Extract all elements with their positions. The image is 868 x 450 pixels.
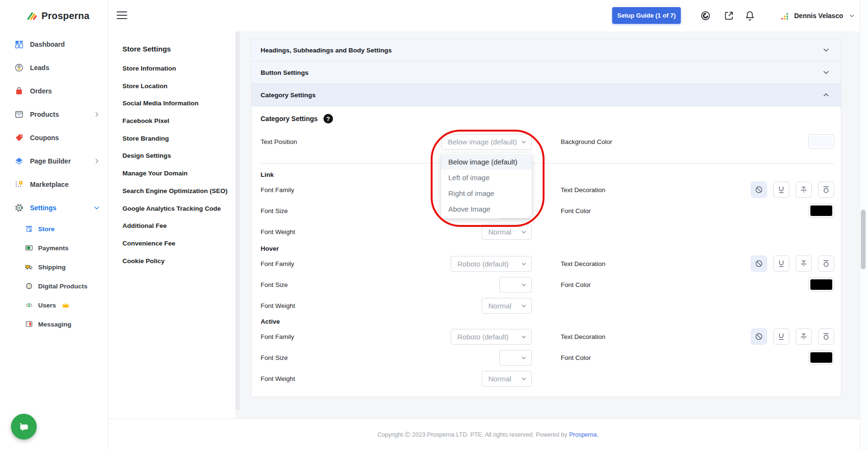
active-font-weight-select[interactable]: Normal bbox=[482, 371, 532, 387]
footer-prosperna-link[interactable]: Prosperna. bbox=[569, 431, 598, 438]
text-position-select[interactable]: Below image (default) bbox=[441, 134, 532, 150]
sidebar-item-digital-products[interactable]: Digital Products bbox=[0, 276, 108, 296]
chat-bubble-icon bbox=[17, 420, 30, 433]
hover-font-family-select[interactable]: Roboto (default) bbox=[451, 256, 532, 272]
sidebar-item-leads[interactable]: Leads bbox=[0, 56, 108, 79]
sidebar-item-label: Shipping bbox=[38, 264, 100, 271]
sidebar-item-products[interactable]: Products bbox=[0, 102, 108, 126]
settings-nav-seo[interactable]: Search Engine Optimization (SEO) bbox=[108, 183, 235, 200]
sidebar-item-label: Settings bbox=[30, 204, 87, 212]
sidebar-item-settings[interactable]: Settings bbox=[0, 196, 108, 219]
sidebar-item-label: Coupons bbox=[30, 134, 100, 142]
settings-nav-manage-your-domain[interactable]: Manage Your Domain bbox=[108, 165, 235, 183]
font-color-label: Font Color bbox=[561, 207, 751, 215]
decoration-underline-button[interactable] bbox=[773, 182, 789, 198]
active-font-family-select[interactable]: Roboto (default) bbox=[451, 329, 532, 345]
sidebar-item-label: Marketplace bbox=[30, 181, 100, 188]
settings-gear-icon bbox=[14, 203, 24, 213]
settings-nav-social-media-information[interactable]: Social Media Information bbox=[108, 95, 235, 112]
payments-icon bbox=[25, 244, 33, 252]
font-family-label: Font Family bbox=[261, 333, 441, 340]
live-chat-button[interactable] bbox=[11, 414, 37, 440]
external-link-icon[interactable] bbox=[723, 10, 735, 21]
accordion-headings-subheadings-body[interactable]: Headings, Subheadings and Body Settings bbox=[252, 39, 841, 61]
sidebar-item-coupons[interactable]: Coupons bbox=[0, 126, 108, 149]
option-below-image-default[interactable]: Below image (default) bbox=[441, 154, 532, 170]
sidebar-item-store[interactable]: Store bbox=[0, 219, 108, 238]
link-subsection-title: Link bbox=[261, 170, 834, 179]
sidebar-item-shipping[interactable]: Shipping bbox=[0, 257, 108, 276]
decoration-none-button[interactable] bbox=[751, 256, 767, 272]
settings-nav-store-information[interactable]: Store Information bbox=[108, 60, 235, 78]
settings-nav-store-branding[interactable]: Store Branding bbox=[108, 130, 235, 148]
text-decoration-label: Text Decoration bbox=[561, 260, 751, 267]
decoration-overline-button[interactable] bbox=[818, 328, 834, 345]
sidebar-item-marketplace[interactable]: Marketplace bbox=[0, 173, 108, 196]
hover-font-size-select[interactable] bbox=[499, 277, 532, 293]
sidebar-item-label: Page Builder bbox=[30, 157, 87, 165]
decoration-strikethrough-button[interactable] bbox=[796, 182, 812, 198]
help-icon[interactable]: ? bbox=[323, 114, 333, 123]
sidebar-item-orders[interactable]: Orders bbox=[0, 79, 108, 102]
hover-font-weight-select[interactable]: Normal bbox=[482, 298, 532, 314]
sidebar-item-page-builder[interactable]: Page Builder bbox=[0, 149, 108, 173]
accordion-label: Button Settings bbox=[261, 69, 309, 76]
settings-nav-store-location[interactable]: Store Location bbox=[108, 78, 235, 95]
chevron-right-icon bbox=[93, 158, 100, 164]
decoration-underline-button[interactable] bbox=[773, 328, 789, 345]
decoration-underline-button[interactable] bbox=[773, 256, 789, 272]
settings-nav-design-settings[interactable]: Design Settings bbox=[108, 147, 235, 165]
accordion-label: Headings, Subheadings and Body Settings bbox=[261, 47, 392, 54]
digital-products-icon bbox=[25, 282, 33, 290]
sidebar-item-dashboard[interactable]: Dashboard bbox=[0, 32, 108, 56]
font-weight-label: Font Weight bbox=[261, 375, 441, 382]
accordion-button-settings[interactable]: Button Settings bbox=[252, 61, 841, 84]
decoration-overline-button[interactable] bbox=[818, 256, 834, 272]
text-position-label: Text Position bbox=[261, 138, 441, 145]
hamburger-menu-icon[interactable] bbox=[117, 11, 127, 19]
font-family-label: Font Family bbox=[261, 260, 441, 267]
chevron-down-icon bbox=[848, 12, 855, 19]
option-left-of-image[interactable]: Left of image bbox=[441, 170, 532, 185]
background-color-swatch[interactable] bbox=[808, 134, 834, 149]
decoration-strikethrough-button[interactable] bbox=[796, 328, 812, 345]
text-position-dropdown-menu: Below image (default) Left of image Righ… bbox=[441, 153, 532, 218]
sidebar-item-messaging[interactable]: Messaging bbox=[0, 315, 108, 334]
app-window: Prosperna Dashboard Leads bbox=[0, 0, 868, 450]
page-scrollbar-thumb[interactable] bbox=[861, 210, 866, 269]
font-color-label: Font Color bbox=[561, 281, 751, 288]
decoration-none-button[interactable] bbox=[751, 328, 767, 345]
sidebar-item-users[interactable]: Users bbox=[0, 296, 108, 315]
option-right-of-image[interactable]: Right of image bbox=[441, 185, 532, 201]
background-color-label: Background Color bbox=[561, 138, 751, 145]
option-above-image[interactable]: Above Image bbox=[441, 201, 532, 217]
active-subsection-title: Active bbox=[261, 317, 834, 326]
text-decoration-label: Text Decoration bbox=[561, 333, 751, 340]
hover-font-color-swatch[interactable] bbox=[808, 277, 834, 292]
link-font-weight-select[interactable]: Normal bbox=[482, 224, 532, 240]
decoration-strikethrough-button[interactable] bbox=[796, 256, 812, 272]
store-settings-title: Store Settings bbox=[122, 42, 235, 56]
sidebar-item-label: Products bbox=[30, 111, 87, 118]
accordion-category-settings[interactable]: Category Settings bbox=[252, 84, 841, 106]
settings-nav-scrollbar[interactable] bbox=[235, 31, 240, 410]
chevron-right-icon bbox=[93, 111, 100, 118]
active-font-color-swatch[interactable] bbox=[808, 350, 834, 365]
decoration-none-button[interactable] bbox=[751, 182, 767, 198]
settings-nav-convenience-fee[interactable]: Convenience Fee bbox=[108, 235, 235, 253]
settings-nav-facebook-pixel[interactable]: Facebook Pixel bbox=[108, 112, 235, 130]
decoration-overline-button[interactable] bbox=[818, 182, 834, 198]
user-menu[interactable]: Dennis Velasco bbox=[781, 0, 855, 31]
sidebar-item-payments[interactable]: Payments bbox=[0, 238, 108, 257]
settings-nav-additional-fee[interactable]: Additional Fee bbox=[108, 217, 235, 235]
settings-nav-cookie-policy[interactable]: Cookie Policy bbox=[108, 253, 235, 270]
tour-icon[interactable] bbox=[700, 10, 711, 21]
notifications-bell-icon[interactable] bbox=[744, 10, 756, 21]
settings-nav-google-analytics[interactable]: Google Analytics Tracking Code bbox=[108, 200, 235, 218]
prosperna-logo[interactable]: Prosperna bbox=[0, 0, 108, 31]
sidebar-item-label: Dashboard bbox=[30, 41, 100, 48]
chevron-down-icon bbox=[822, 46, 830, 54]
active-font-size-select[interactable] bbox=[499, 350, 532, 366]
link-font-color-swatch[interactable] bbox=[808, 204, 834, 218]
setup-guide-button[interactable]: Setup Guide (1 of 7) bbox=[612, 7, 681, 24]
